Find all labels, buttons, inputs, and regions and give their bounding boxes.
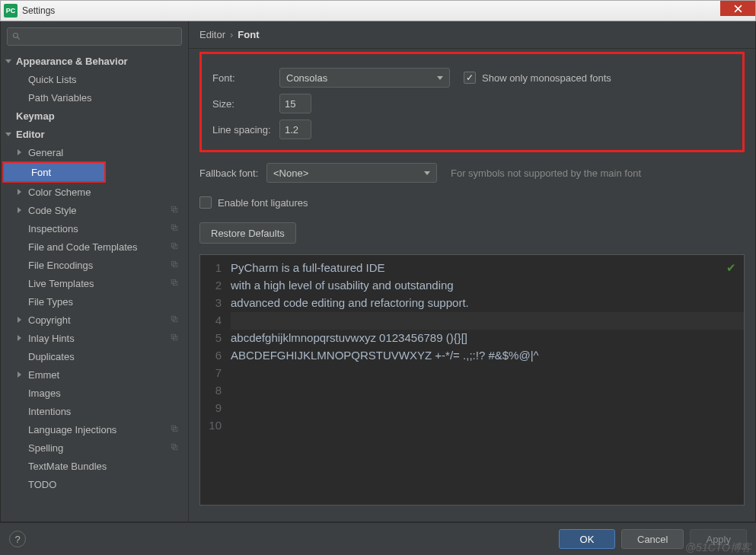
tree-item-label: Appearance & Behavior — [16, 56, 128, 67]
tree-item-label: File Types — [28, 296, 73, 308]
main-container: Appearance & BehaviorQuick ListsPath Var… — [0, 21, 756, 522]
chevron-down-icon — [424, 171, 430, 175]
checkbox-icon — [464, 72, 476, 84]
preview-gutter: 12345678910 — [200, 255, 228, 505]
font-settings-block: Font: Consolas Show only monospaced font… — [199, 52, 745, 152]
scope-badge-icon — [170, 223, 179, 234]
tree-item-label: Code Style — [28, 205, 77, 216]
window-title: Settings — [22, 5, 55, 16]
tree-item-file-and-code-templates[interactable]: File and Code Templates — [1, 238, 188, 256]
titlebar: PC Settings — [0, 0, 756, 21]
tree-item-label: Emmet — [28, 369, 59, 381]
tree-item-quick-lists[interactable]: Quick Lists — [1, 70, 188, 88]
close-button[interactable] — [720, 1, 755, 16]
show-monospaced-checkbox[interactable]: Show only monospaced fonts — [464, 72, 611, 84]
fallback-font-value: <None> — [273, 167, 308, 179]
tree-item-label: File and Code Templates — [28, 241, 138, 253]
checkbox-icon — [199, 196, 212, 209]
scope-badge-icon — [170, 333, 179, 344]
tree-item-label: Font — [31, 167, 51, 178]
tree-item-label: Inlay Hints — [28, 333, 75, 344]
tree-item-todo[interactable]: TODO — [1, 475, 188, 493]
tree-item-spelling[interactable]: Spelling — [1, 439, 188, 457]
tree-item-inspections[interactable]: Inspections — [1, 219, 188, 238]
tree-item-appearance-behavior[interactable]: Appearance & Behavior — [1, 52, 188, 70]
tree-item-label: General — [28, 147, 63, 158]
apply-button[interactable]: Apply — [690, 529, 747, 549]
tree-item-inlay-hints[interactable]: Inlay Hints — [1, 329, 188, 347]
enable-ligatures-checkbox[interactable]: Enable font ligatures — [199, 196, 745, 209]
tree-item-duplicates[interactable]: Duplicates — [1, 347, 188, 365]
ok-button[interactable]: OK — [559, 529, 615, 549]
size-label: Size: — [212, 98, 279, 110]
tree-item-keymap[interactable]: Keymap — [1, 107, 188, 125]
tree-item-file-encodings[interactable]: File Encodings — [1, 256, 188, 274]
tree-item-label: File Encodings — [28, 260, 93, 271]
tree-item-path-variables[interactable]: Path Variables — [1, 88, 188, 107]
tree-item-label: Copyright — [28, 314, 71, 326]
tree-item-label: Editor — [16, 129, 45, 140]
svg-point-0 — [14, 33, 18, 38]
tree-item-label: TODO — [28, 479, 56, 490]
tree-item-intentions[interactable]: Intentions — [1, 402, 188, 420]
tree-item-editor[interactable]: Editor — [1, 125, 188, 143]
scope-badge-icon — [170, 442, 179, 454]
help-button[interactable]: ? — [9, 531, 26, 547]
dialog-footer: ? OK Cancel Apply — [0, 522, 756, 555]
tree-item-textmate-bundles[interactable]: TextMate Bundles — [1, 457, 188, 475]
fallback-font-dropdown[interactable]: <None> — [266, 163, 437, 183]
scope-badge-icon — [170, 260, 179, 271]
ligatures-label: Enable font ligatures — [218, 197, 308, 209]
breadcrumb: Editor › Font — [189, 21, 755, 49]
tree-item-label: Images — [28, 388, 61, 399]
size-input[interactable] — [279, 94, 311, 113]
restore-defaults-button[interactable]: Restore Defaults — [199, 222, 296, 244]
settings-tree[interactable]: Appearance & BehaviorQuick ListsPath Var… — [1, 52, 188, 522]
tree-item-live-templates[interactable]: Live Templates — [1, 274, 188, 292]
tree-item-general[interactable]: General — [1, 143, 188, 161]
tree-item-label: Path Variables — [28, 92, 92, 104]
font-dropdown[interactable]: Consolas — [279, 68, 450, 88]
tree-item-emmet[interactable]: Emmet — [1, 365, 188, 384]
scope-badge-icon — [170, 424, 179, 435]
check-icon: ✔ — [726, 260, 736, 277]
font-dropdown-value: Consolas — [286, 72, 327, 84]
content-body: Font: Consolas Show only monospaced font… — [189, 49, 755, 522]
chevron-right-icon: › — [230, 29, 233, 40]
search-icon — [12, 32, 21, 41]
content-panel: Editor › Font Font: Consolas Show only m… — [189, 21, 755, 522]
font-label: Font: — [212, 72, 279, 84]
fallback-font-row: Fallback font: <None> For symbols not su… — [199, 163, 745, 183]
preview-code: PyCharm is a full-featured IDEwith a hig… — [228, 255, 744, 505]
tree-item-label: Language Injections — [28, 424, 116, 435]
tree-item-font[interactable]: Font — [4, 163, 104, 181]
fallback-font-label: Fallback font: — [199, 167, 266, 179]
tree-item-label: Spelling — [28, 442, 63, 454]
search-input[interactable] — [7, 27, 182, 46]
tree-item-label: TextMate Bundles — [28, 461, 107, 472]
breadcrumb-parent[interactable]: Editor — [199, 29, 225, 40]
svg-line-1 — [18, 37, 20, 40]
tree-item-code-style[interactable]: Code Style — [1, 201, 188, 219]
close-icon — [734, 5, 742, 13]
scope-badge-icon — [170, 205, 179, 216]
scope-badge-icon — [170, 278, 179, 289]
line-spacing-input[interactable] — [279, 120, 311, 139]
cancel-button[interactable]: Cancel — [621, 529, 684, 549]
font-preview[interactable]: 12345678910 PyCharm is a full-featured I… — [199, 254, 745, 506]
tree-item-label: Inspections — [28, 223, 78, 234]
sidebar: Appearance & BehaviorQuick ListsPath Var… — [1, 21, 189, 522]
chevron-down-icon — [437, 76, 443, 80]
scope-badge-icon — [170, 314, 179, 326]
tree-item-copyright[interactable]: Copyright — [1, 311, 188, 329]
tree-item-images[interactable]: Images — [1, 384, 188, 402]
tree-item-label: Color Scheme — [28, 187, 91, 198]
tree-item-label: Keymap — [16, 110, 55, 122]
tree-item-label: Duplicates — [28, 351, 75, 362]
tree-item-color-scheme[interactable]: Color Scheme — [1, 183, 188, 201]
breadcrumb-current: Font — [238, 29, 259, 40]
tree-item-language-injections[interactable]: Language Injections — [1, 420, 188, 439]
tree-item-file-types[interactable]: File Types — [1, 292, 188, 311]
scope-badge-icon — [170, 241, 179, 253]
tree-item-label: Live Templates — [28, 278, 94, 289]
